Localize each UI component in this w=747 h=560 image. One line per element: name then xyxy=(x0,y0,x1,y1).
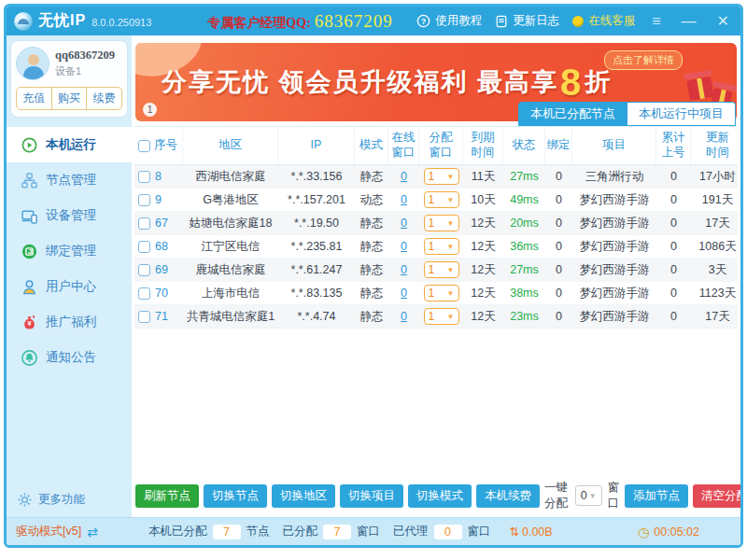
row-login-count: 0 xyxy=(656,238,691,255)
swap-icon[interactable]: ⇄ xyxy=(87,525,98,539)
row-online-windows-link[interactable]: 0 xyxy=(401,263,407,276)
row-mode: 静态 xyxy=(355,214,388,233)
table-row[interactable]: 68 江宁区电信 *.*.235.81 静态 0 1▼ 12天 36ms 0 梦… xyxy=(134,235,738,259)
table-row[interactable]: 9 G粤港地区 *.*.157.201 动态 0 1▼ 10天 49ms 0 梦… xyxy=(134,189,738,212)
more-functions-button[interactable]: 更多功能 xyxy=(7,484,132,517)
row-assign-window-dropdown[interactable]: 1▼ xyxy=(424,308,459,325)
bell-icon xyxy=(21,350,37,366)
row-updated: 1123天 xyxy=(691,284,743,303)
row-checkbox[interactable] xyxy=(138,287,150,300)
play-circle-icon xyxy=(21,137,37,153)
bottom-toolbar: 刷新节点 切换节点 切换地区 切换项目 切换模式 本机续费 一键分配 0▼ 窗口… xyxy=(134,480,738,517)
row-online-windows-link[interactable]: 0 xyxy=(401,287,407,300)
renew-button[interactable]: 续费 xyxy=(86,88,121,109)
row-checkbox[interactable] xyxy=(138,264,150,276)
row-checkbox[interactable] xyxy=(138,194,150,206)
minimize-button[interactable]: — xyxy=(678,14,700,29)
row-online-windows-link[interactable]: 0 xyxy=(401,240,407,253)
row-checkbox[interactable] xyxy=(138,241,150,253)
tutorial-button[interactable]: ? 使用教程 xyxy=(416,13,482,29)
row-online-windows-link[interactable]: 0 xyxy=(401,193,407,206)
table-empty-area xyxy=(134,329,738,480)
table-row[interactable]: 69 鹿城电信家庭 *.*.61.247 静态 0 1▼ 12天 27ms 0 … xyxy=(134,259,738,282)
row-updated: 17天 xyxy=(691,214,743,233)
row-updated: 17天 xyxy=(691,307,743,327)
row-assign-window-dropdown[interactable]: 1▼ xyxy=(424,238,459,255)
row-online-windows-link[interactable]: 0 xyxy=(401,217,407,230)
gear-icon xyxy=(18,493,32,507)
row-online-windows-link[interactable]: 0 xyxy=(401,310,407,323)
row-assign-window-dropdown[interactable]: 1▼ xyxy=(424,168,459,185)
tab-assigned-nodes[interactable]: 本机已分配节点 xyxy=(518,102,627,126)
row-ip: *.*.19.50 xyxy=(278,215,355,231)
sidebar-item-device-manage[interactable]: 设备管理 xyxy=(7,198,132,233)
sidebar-item-user-center[interactable]: 用户中心 xyxy=(7,269,132,304)
row-online-windows-link[interactable]: 0 xyxy=(401,170,407,183)
row-checkbox[interactable] xyxy=(138,217,150,230)
row-region: 共青城电信家庭1 xyxy=(183,307,278,327)
close-button[interactable]: ✕ xyxy=(713,14,733,29)
one-key-assign-group: 一键分配 0▼ 窗口 xyxy=(544,480,620,511)
table-row[interactable]: 67 姑塘电信家庭18 *.*.19.50 静态 0 1▼ 12天 20ms 0… xyxy=(134,212,738,235)
recharge-button[interactable]: 充值 xyxy=(17,88,51,109)
sidebar-item-promo-rewards[interactable]: ¥ 推广福利 xyxy=(7,304,132,340)
row-mode: 动态 xyxy=(355,190,388,210)
row-latency: 49ms xyxy=(503,191,545,208)
row-ip: *.*.235.81 xyxy=(278,238,355,255)
service-dot-icon xyxy=(572,16,584,27)
table-row[interactable]: 70 上海市电信 *.*.83.135 静态 0 1▼ 12天 38ms 0 梦… xyxy=(134,282,738,305)
caret-down-icon: ▼ xyxy=(447,243,455,251)
app-title: 无忧IP xyxy=(38,11,86,31)
app-window: 无忧IP 8.0.0.250913 专属客户经理QQ: 68367209 ? 使… xyxy=(4,4,743,548)
changelog-button[interactable]: 更新日志 xyxy=(495,13,559,29)
one-key-assign-dropdown[interactable]: 0▼ xyxy=(575,485,602,506)
switch-region-button[interactable]: 切换地区 xyxy=(272,484,335,508)
tab-bar: 本机已分配节点 本机运行中项目 xyxy=(134,102,738,126)
caret-down-icon: ▼ xyxy=(589,492,597,500)
driver-mode[interactable]: 驱动模式[v5] ⇄ xyxy=(16,524,135,539)
money-bag-icon: ¥ xyxy=(21,315,37,330)
renew-local-button[interactable]: 本机续费 xyxy=(476,484,540,508)
assigned-nodes-value: 7 xyxy=(213,525,241,539)
window-menu-button[interactable]: ≡ xyxy=(648,14,664,29)
select-all-checkbox[interactable] xyxy=(138,140,150,152)
row-assign-window-dropdown[interactable]: 1▼ xyxy=(424,191,459,208)
row-region: 鹿城电信家庭 xyxy=(183,260,278,280)
row-region: G粤港地区 xyxy=(183,190,278,210)
row-checkbox[interactable] xyxy=(138,171,150,183)
row-assign-window-dropdown[interactable]: 1▼ xyxy=(424,261,459,278)
one-key-assign-unit: 窗口 xyxy=(608,480,620,511)
sidebar-item-notices[interactable]: 通知公告 xyxy=(7,340,132,375)
row-checkbox[interactable] xyxy=(138,311,150,323)
row-assign-window-dropdown[interactable]: 1▼ xyxy=(424,215,459,231)
row-assign-window-dropdown[interactable]: 1▼ xyxy=(424,285,459,301)
add-node-button[interactable]: 添加节点 xyxy=(625,484,688,508)
sidebar-item-node-manage[interactable]: 节点管理 xyxy=(7,162,132,198)
row-latency: 23ms xyxy=(503,308,545,325)
row-login-count: 0 xyxy=(656,261,691,278)
row-bind-count: 0 xyxy=(545,215,572,231)
table-row[interactable]: 71 共青城电信家庭1 *.*.4.74 静态 0 1▼ 12天 23ms 0 … xyxy=(134,305,738,329)
buy-button[interactable]: 购买 xyxy=(51,88,87,109)
row-id: 68 xyxy=(155,240,168,253)
row-ip: *.*.4.74 xyxy=(278,308,355,325)
banner-headline: 分享无忧 领会员升级福利 最高享 8 折 xyxy=(162,65,612,99)
clear-assign-button[interactable]: 清空分配 xyxy=(693,484,743,508)
clock-icon: ◷ xyxy=(638,525,649,539)
row-bind-count: 0 xyxy=(545,285,572,301)
switch-mode-button[interactable]: 切换模式 xyxy=(408,484,472,508)
online-service-button[interactable]: 在线客服 xyxy=(572,13,635,29)
sidebar-item-local-run[interactable]: 本机运行 xyxy=(7,127,132,162)
banner-cta-button[interactable]: 点击了解详情 xyxy=(604,50,683,70)
sidebar-item-bind-manage[interactable]: 绑定管理 xyxy=(7,233,132,269)
switch-project-button[interactable]: 切换项目 xyxy=(340,484,403,508)
refresh-nodes-button[interactable]: 刷新节点 xyxy=(135,484,199,508)
one-key-assign-label: 一键分配 xyxy=(544,480,570,511)
tab-running-projects[interactable]: 本机运行中项目 xyxy=(627,102,736,126)
row-bind-count: 0 xyxy=(545,308,572,325)
row-login-count: 0 xyxy=(656,285,691,301)
table-row[interactable]: 8 西湖电信家庭 *.*.33.156 静态 0 1▼ 11天 27ms 0 三… xyxy=(134,165,738,189)
row-bind-count: 0 xyxy=(545,238,572,255)
avatar xyxy=(16,47,49,80)
switch-node-button[interactable]: 切换节点 xyxy=(204,484,267,508)
